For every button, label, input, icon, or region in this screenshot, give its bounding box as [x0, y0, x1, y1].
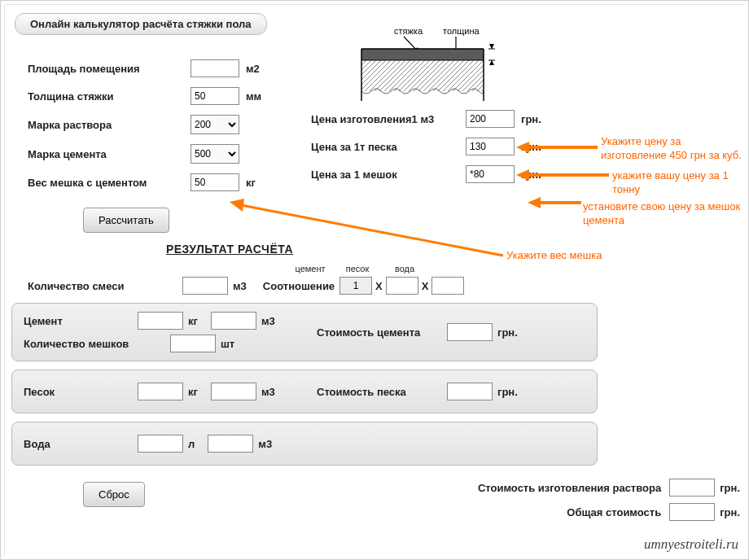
area-label: Площадь помещения	[28, 63, 191, 75]
water-result-block: Вода л м3	[11, 422, 598, 466]
mix-qty-unit: м3	[233, 280, 247, 292]
screed-diagram: стяжка толщина	[353, 24, 500, 111]
annotation-price-m3: Укажите цену за изготовление 450 грн за …	[601, 135, 747, 163]
result-title: РЕЗУЛЬТАТ РАСЧЁТА	[10, 243, 449, 256]
svg-marker-6	[489, 44, 494, 49]
thickness-label: Толщина стяжки	[28, 90, 191, 103]
reset-button[interactable]: Сброс	[83, 482, 145, 507]
cement-m3-output[interactable]	[211, 312, 256, 330]
bag-weight-unit: кг	[246, 177, 256, 189]
price-m3-input[interactable]	[466, 110, 515, 128]
area-input[interactable]	[191, 59, 239, 77]
mix-qty-input[interactable]	[182, 277, 228, 295]
price-m3-label: Цена изготовления1 м3	[311, 113, 466, 125]
mix-qty-label: Количество смеси	[28, 280, 182, 292]
price-bag-input[interactable]	[466, 165, 515, 183]
cement-grade-select[interactable]: 500	[191, 144, 239, 164]
svg-marker-8	[489, 60, 494, 65]
price-bag-unit: грн.	[521, 168, 541, 181]
ratio-label: Соотношение	[263, 280, 335, 292]
mortar-grade-label: Марка раствора	[28, 119, 191, 131]
sand-kg-output[interactable]	[138, 383, 183, 400]
sand-m3-output[interactable]	[211, 383, 256, 400]
annotation-price-sand: укажите вашу цену за 1 тонну	[612, 169, 749, 197]
ratio-sand-input[interactable]	[386, 277, 418, 295]
price-sand-label: Цена за 1т песка	[311, 141, 466, 153]
cement-cost-output[interactable]	[447, 323, 493, 341]
diagram-label-screed: стяжка	[394, 26, 423, 36]
bag-weight-input[interactable]	[191, 173, 239, 191]
water-l-output[interactable]	[138, 435, 183, 453]
water-m3-output[interactable]	[208, 435, 253, 453]
sand-result-block: Песок кг м3 Стоимость песка грн.	[11, 370, 598, 413]
ratio-headers: цемент песок вода	[287, 264, 740, 273]
total-make-output[interactable]	[669, 479, 715, 497]
watermark: umnyestroiteli.ru	[644, 536, 738, 553]
price-bag-label: Цена за 1 мешок	[311, 168, 466, 181]
calculate-button[interactable]: Рассчитать	[83, 208, 169, 233]
cement-result-block: Цемент кг м3 Количество мешков шт Стоимо…	[11, 303, 598, 361]
page-title: Онлайн калькулятор расчёта стяжки пола	[15, 13, 267, 35]
area-unit: м2	[246, 63, 260, 75]
price-sand-input[interactable]	[466, 138, 515, 155]
cement-grade-label: Марка цемента	[28, 148, 191, 160]
thickness-unit: мм	[246, 90, 261, 103]
annotation-price-bag: установите свою цену за мешок цемента	[583, 200, 749, 228]
cement-bags-output[interactable]	[170, 335, 216, 352]
sand-cost-output[interactable]	[447, 383, 493, 400]
price-m3-unit: грн.	[521, 113, 541, 125]
cement-kg-output[interactable]	[138, 312, 183, 330]
svg-rect-11	[361, 60, 484, 91]
ratio-cement-input[interactable]	[339, 277, 372, 295]
price-sand-unit: грн.	[521, 141, 541, 153]
ratio-water-input[interactable]	[431, 277, 464, 295]
mortar-grade-select[interactable]: 200	[191, 115, 239, 134]
annotation-bag-weight: Укажите вес мешка	[506, 249, 602, 263]
diagram-label-thickness: толщина	[443, 26, 480, 36]
total-output[interactable]	[669, 503, 715, 521]
svg-rect-9	[361, 49, 484, 60]
bag-weight-label: Вес мешка с цементом	[28, 177, 191, 189]
thickness-input[interactable]	[191, 87, 239, 105]
